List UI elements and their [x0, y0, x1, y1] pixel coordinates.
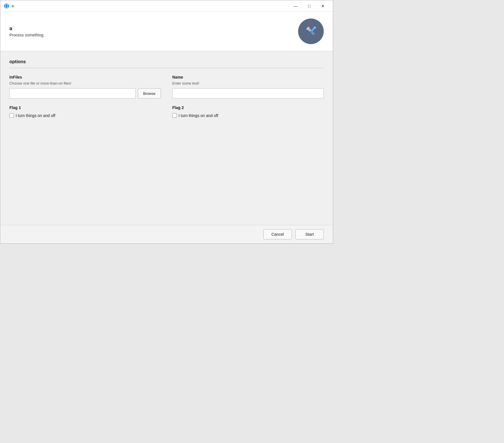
section-title: options — [9, 59, 324, 64]
footer: Cancel Start — [0, 225, 333, 243]
flag2-checkbox-group: I turn things on and off — [172, 113, 324, 118]
header-icon-circle — [298, 19, 324, 44]
close-button[interactable]: ✕ — [316, 1, 329, 11]
maximize-button[interactable]: □ — [303, 1, 316, 11]
flag1-checkbox-text: I turn things on and off — [16, 113, 55, 118]
flag2-checkbox-label[interactable]: I turn things on and off — [172, 113, 324, 118]
window-title: a — [12, 4, 14, 8]
app-subtitle: Process something. — [9, 33, 44, 37]
minimize-button[interactable]: — — [289, 1, 302, 11]
tools-icon — [304, 24, 318, 39]
infiles-input-row: Browse — [9, 88, 161, 99]
options-grid: InFiles Choose one file or more-than-on … — [9, 75, 324, 118]
app-icon — [4, 3, 9, 9]
flag1-checkbox-label[interactable]: I turn things on and off — [9, 113, 161, 118]
main-content: options InFiles Choose one file or more-… — [0, 51, 333, 225]
flag1-checkbox[interactable] — [9, 113, 14, 118]
section-divider — [9, 68, 324, 68]
flag1-label: Flag 1 — [9, 105, 161, 110]
title-bar-left: a — [4, 3, 14, 9]
name-description: Enter some text! — [172, 81, 324, 85]
infiles-label: InFiles — [9, 75, 161, 79]
flag2-label: Flag 2 — [172, 105, 324, 110]
header-text: a Process something. — [9, 26, 44, 37]
flag2-checkbox[interactable] — [172, 113, 177, 118]
browse-button[interactable]: Browse — [138, 88, 161, 99]
flag2-group: Flag 2 I turn things on and off — [172, 105, 324, 118]
infiles-description: Choose one file or more-than-on files! — [9, 81, 161, 85]
infiles-input[interactable] — [9, 88, 136, 99]
title-bar: a — □ ✕ — [0, 0, 333, 12]
name-input-row — [172, 88, 324, 99]
start-button[interactable]: Start — [295, 229, 324, 239]
flag1-group: Flag 1 I turn things on and off — [9, 105, 161, 118]
header-section: a Process something. — [0, 12, 333, 51]
title-bar-controls: — □ ✕ — [289, 1, 329, 11]
name-group: Name Enter some text! — [172, 75, 324, 99]
flag1-checkbox-group: I turn things on and off — [9, 113, 161, 118]
flag2-checkbox-text: I turn things on and off — [179, 113, 218, 118]
name-label: Name — [172, 75, 324, 79]
app-title: a — [9, 26, 44, 32]
infiles-group: InFiles Choose one file or more-than-on … — [9, 75, 161, 99]
cancel-button[interactable]: Cancel — [263, 229, 292, 239]
name-input[interactable] — [172, 88, 324, 99]
main-window: a — □ ✕ a Process something. — [0, 0, 333, 244]
